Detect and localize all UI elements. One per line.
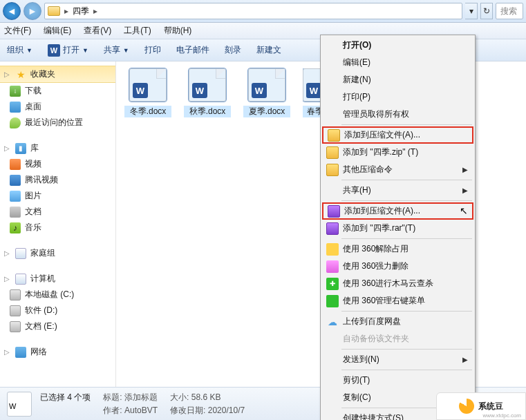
ctx-add-archive-rar[interactable]: 添加到压缩文件(A)...↖ xyxy=(322,202,473,220)
file-tile[interactable]: W 冬季.docx xyxy=(124,68,171,117)
separator xyxy=(341,238,472,239)
context-menu: 打开(O) 编辑(E) 新建(N) 打印(P) 管理员取得所有权 添加到压缩文件… xyxy=(320,35,476,420)
download-icon: ↓ xyxy=(10,86,21,97)
star-icon: ★ xyxy=(15,69,26,80)
sidebar-tencent[interactable]: 腾讯视频 xyxy=(0,172,115,188)
ctx-other-zip[interactable]: 其他压缩命令▶ xyxy=(322,161,473,178)
rar-icon xyxy=(326,222,339,235)
menu-file[interactable]: 文件(F) xyxy=(4,25,31,37)
sidebar-desktop[interactable]: 桌面 xyxy=(0,99,115,115)
video-icon xyxy=(10,159,21,170)
ctx-print[interactable]: 打印(P) xyxy=(322,88,473,106)
document-icon xyxy=(10,207,21,218)
chevron-right-icon: ▸ xyxy=(93,6,97,16)
ctx-cut[interactable]: 剪切(T) xyxy=(322,372,473,389)
tb-email[interactable]: 电子邮件 xyxy=(176,44,209,56)
separator xyxy=(341,311,472,312)
tb-burn[interactable]: 刻录 xyxy=(225,44,241,56)
breadcrumb-folder[interactable]: 四季 xyxy=(73,6,89,17)
ctx-admin[interactable]: 管理员取得所有权 xyxy=(322,106,473,123)
tb-print[interactable]: 打印 xyxy=(144,44,161,56)
sidebar-drive-c[interactable]: 本地磁盘 (C:) xyxy=(0,287,115,303)
docx-icon: W xyxy=(7,392,32,417)
menu-view[interactable]: 查看(V) xyxy=(84,25,111,37)
nav-bar: ◄ ► ▸ 四季 ▸ ▾ ↻ 搜索 xyxy=(0,0,526,23)
ctx-add-archive-zip[interactable]: 添加到压缩文件(A)... xyxy=(322,126,473,144)
desktop-icon xyxy=(10,102,21,113)
ctx-add-rar[interactable]: 添加到 "四季.rar"(T) xyxy=(322,220,473,237)
selection-count: 已选择 4 个项 xyxy=(40,392,91,403)
zip-icon xyxy=(326,146,339,159)
ctx-share[interactable]: 共享(H)▶ xyxy=(322,182,473,199)
ctx-360-unlock[interactable]: 使用 360解除占用 xyxy=(322,240,473,258)
ctx-upload-cloud[interactable]: ☁上传到百度网盘 xyxy=(322,313,473,330)
tb-share[interactable]: 共享▼ xyxy=(104,44,129,56)
menu-edit[interactable]: 编辑(E) xyxy=(44,25,71,37)
chevron-right-icon: ▶ xyxy=(462,166,468,173)
cursor-icon: ↖ xyxy=(460,205,468,216)
file-tile[interactable]: W 秋季.docx xyxy=(184,68,231,117)
360-icon xyxy=(326,260,339,273)
sidebar-pictures[interactable]: 图片 xyxy=(0,188,115,204)
drive-icon xyxy=(10,321,21,332)
sidebar-homegroup[interactable]: ▷家庭组 xyxy=(0,245,115,261)
file-tile[interactable]: W 夏季.docx xyxy=(243,68,290,117)
separator xyxy=(341,349,472,350)
docx-icon: W xyxy=(189,68,226,102)
search-placeholder: 搜索 xyxy=(500,6,517,17)
sidebar: ▷★收藏夹 ↓下载 桌面 最近访问的位置 ▷▮库 视频 腾讯视频 图片 文档 ♪… xyxy=(0,61,116,387)
ctx-edit[interactable]: 编辑(E) xyxy=(322,54,473,71)
music-icon: ♪ xyxy=(10,222,21,233)
recent-icon xyxy=(10,117,21,128)
forward-button[interactable]: ► xyxy=(24,2,41,20)
breadcrumb[interactable]: ▸ 四季 ▸ xyxy=(44,3,462,19)
ctx-360-menu[interactable]: 使用 360管理右键菜单 xyxy=(322,292,473,309)
ctx-auto-backup: 自动备份该文件夹 xyxy=(322,330,473,347)
drive-icon xyxy=(10,289,21,300)
refresh-button[interactable]: ↻ xyxy=(480,3,493,19)
search-input[interactable]: 搜索 xyxy=(496,3,523,19)
sidebar-computer[interactable]: ▷计算机 xyxy=(0,271,115,287)
tb-open[interactable]: W打开▼ xyxy=(48,44,88,57)
rar-icon xyxy=(328,205,340,218)
cloud-icon: ☁ xyxy=(326,316,339,328)
ctx-360-scan[interactable]: ✚使用 360进行木马云查杀 xyxy=(322,275,473,292)
ctx-360-delete[interactable]: 使用 360强力删除 xyxy=(322,258,473,275)
360-icon xyxy=(326,295,339,307)
sidebar-network[interactable]: ▷网络 xyxy=(0,344,115,360)
tb-organize[interactable]: 组织▼ xyxy=(7,44,32,56)
sidebar-videos[interactable]: 视频 xyxy=(0,156,115,172)
sidebar-music[interactable]: ♪音乐 xyxy=(0,220,115,236)
back-button[interactable]: ◄ xyxy=(3,2,21,20)
chevron-right-icon: ▸ xyxy=(64,6,68,16)
sidebar-recent[interactable]: 最近访问的位置 xyxy=(0,115,115,131)
drive-icon xyxy=(10,305,21,316)
sidebar-libraries[interactable]: ▷▮库 xyxy=(0,140,115,156)
menu-help[interactable]: 帮助(H) xyxy=(164,25,192,37)
library-icon: ▮ xyxy=(15,143,26,154)
chevron-right-icon: ▶ xyxy=(462,356,468,363)
sidebar-drive-d[interactable]: 软件 (D:) xyxy=(0,303,115,318)
zip-icon xyxy=(328,129,340,142)
picture-icon xyxy=(10,191,21,202)
watermark: 系统豆 www.xtdpc.com xyxy=(436,392,526,420)
ctx-send-to[interactable]: 发送到(N)▶ xyxy=(322,351,473,368)
sidebar-drive-e[interactable]: 文档 (E:) xyxy=(0,318,115,334)
ctx-new[interactable]: 新建(N) xyxy=(322,71,473,88)
homegroup-icon xyxy=(15,248,26,259)
folder-icon xyxy=(48,6,60,16)
sidebar-documents[interactable]: 文档 xyxy=(0,204,115,220)
separator xyxy=(341,124,472,125)
tb-newfolder[interactable]: 新建文 xyxy=(256,44,281,56)
word-icon: W xyxy=(48,44,60,57)
breadcrumb-dropdown[interactable]: ▾ xyxy=(465,3,478,19)
ctx-add-zip[interactable]: 添加到 "四季.zip" (T) xyxy=(322,144,473,161)
network-icon xyxy=(15,347,26,358)
menu-tools[interactable]: 工具(T) xyxy=(124,25,151,37)
sidebar-favorites[interactable]: ▷★收藏夹 xyxy=(0,66,115,83)
separator xyxy=(341,200,472,201)
360-icon xyxy=(326,243,339,256)
ctx-open[interactable]: 打开(O) xyxy=(322,37,473,54)
sidebar-downloads[interactable]: ↓下载 xyxy=(0,83,115,99)
docx-icon: W xyxy=(129,68,167,102)
